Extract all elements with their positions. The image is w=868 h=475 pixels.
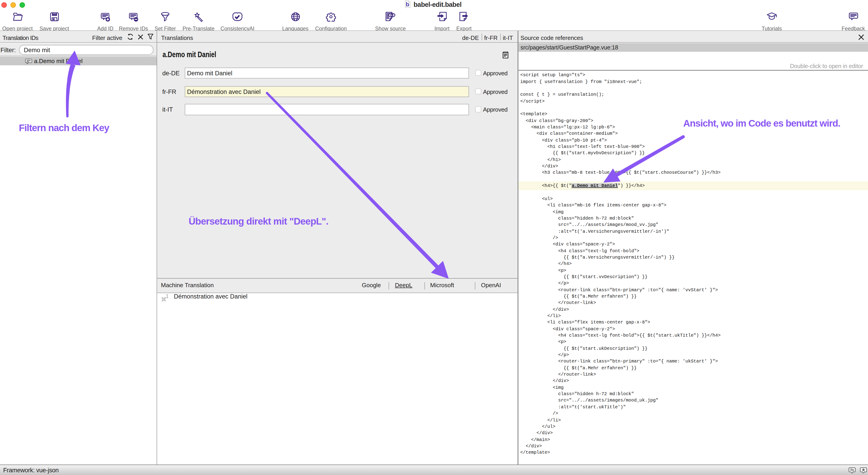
svg-text:b: b — [406, 1, 409, 8]
